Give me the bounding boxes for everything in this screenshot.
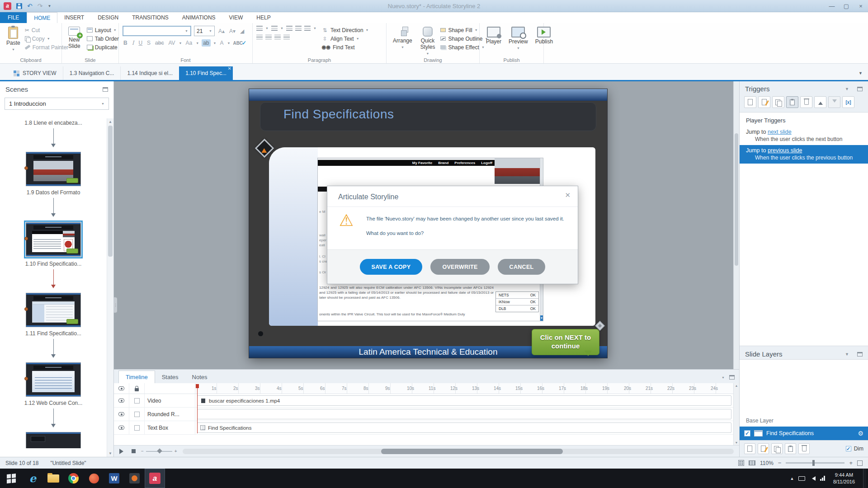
- playhead-marker[interactable]: [196, 384, 199, 388]
- edit-trigger-button[interactable]: [758, 96, 770, 108]
- scene-item-label[interactable]: 1.9 Datos del Formato: [27, 189, 80, 196]
- decrease-indent-icon[interactable]: [286, 26, 292, 31]
- doc-tab-1[interactable]: 1.3 Navigation C...: [63, 66, 121, 80]
- delete-trigger-button[interactable]: [800, 96, 812, 108]
- strikethrough-icon[interactable]: abc: [154, 40, 165, 46]
- grow-font-icon[interactable]: A▴: [217, 28, 226, 34]
- taskbar-storyline-icon[interactable]: a: [145, 469, 165, 488]
- new-layer-button[interactable]: [744, 443, 755, 454]
- taskbar-ie-icon[interactable]: e: [23, 469, 43, 488]
- row-visibility-icon[interactable]: [118, 399, 124, 403]
- scroll-up-icon[interactable]: ▲: [107, 118, 113, 125]
- tray-expand-icon[interactable]: ▲: [790, 476, 794, 481]
- dialog-close-icon[interactable]: ✕: [565, 191, 571, 199]
- timeline-vertical-scrollbar[interactable]: ▲▼: [733, 383, 739, 445]
- variables-button[interactable]: [x]: [842, 96, 854, 108]
- timeline-tab-notes[interactable]: Notes: [185, 371, 214, 383]
- clear-formatting-icon[interactable]: ◢: [239, 28, 245, 34]
- justify-icon[interactable]: [283, 35, 290, 40]
- slide-thumbnail[interactable]: [25, 431, 82, 449]
- slide-title-text[interactable]: Find Specifications: [283, 107, 394, 122]
- bold-icon[interactable]: B: [123, 40, 128, 46]
- layer-visibility-checkbox[interactable]: ✓: [744, 430, 750, 436]
- taskbar-chrome-icon[interactable]: [63, 469, 84, 488]
- paste-layer-button[interactable]: [785, 443, 796, 454]
- trigger-item-1[interactable]: Jump to previous slideWhen the user clic…: [740, 145, 868, 164]
- slide-thumbnail-selected[interactable]: [24, 221, 83, 258]
- keyboard-tray-icon[interactable]: [798, 476, 805, 481]
- ribbon-tab-transitions[interactable]: TRANSITIONS: [125, 12, 175, 23]
- show-desktop-button[interactable]: [863, 469, 866, 488]
- change-case-icon[interactable]: Aa: [185, 40, 193, 46]
- font-size-combobox[interactable]: 21▼: [194, 26, 215, 36]
- timeline-menu-icon[interactable]: ▼: [722, 376, 725, 379]
- slide-layers-collapse-icon[interactable]: [857, 352, 863, 357]
- bullets-icon[interactable]: [256, 26, 263, 31]
- fit-to-window-icon[interactable]: [857, 460, 863, 466]
- doc-tab-3[interactable]: 1.10 Find Spec...✕: [179, 66, 233, 80]
- move-up-button[interactable]: [814, 96, 826, 108]
- save-icon[interactable]: [16, 3, 22, 9]
- delete-layer-button[interactable]: [798, 443, 810, 454]
- webpage-menu-item[interactable]: Brand: [438, 161, 448, 165]
- line-spacing-icon[interactable]: [304, 26, 311, 31]
- underline-icon[interactable]: U: [137, 40, 143, 46]
- slide-editor[interactable]: Find Specifications My FavoriteBrandPref…: [249, 89, 607, 358]
- layer-properties-gear-icon[interactable]: ⚙: [858, 430, 863, 437]
- scene-item-label[interactable]: 1.11 Find Specificatio...: [25, 330, 81, 337]
- arrange-button[interactable]: Arrange▼: [390, 26, 415, 56]
- layer-row[interactable]: ✓Find Specifications⚙: [740, 427, 868, 440]
- webpage-menu-item[interactable]: Preferences: [454, 161, 475, 165]
- copy-layer-button[interactable]: [771, 443, 783, 454]
- timeline-row[interactable]: Rounded R...: [114, 408, 739, 421]
- zoom-slider[interactable]: [786, 462, 844, 464]
- play-icon[interactable]: [119, 449, 126, 454]
- doc-tab-2[interactable]: 1.14 Indique si el...: [120, 66, 179, 80]
- zoom-in-icon[interactable]: +: [849, 460, 853, 466]
- scroll-down-icon[interactable]: ▼: [107, 450, 113, 457]
- network-tray-icon[interactable]: [820, 476, 825, 481]
- taskbar-red-app-icon[interactable]: [84, 469, 104, 488]
- font-name-combobox[interactable]: ▼: [123, 26, 191, 36]
- preview-button[interactable]: Preview▼: [506, 26, 531, 51]
- ribbon-tab-insert[interactable]: INSERT: [57, 12, 91, 23]
- timeline-row[interactable]: Text BoxFind Specifications: [114, 421, 739, 435]
- triggers-collapse-icon[interactable]: [857, 87, 863, 91]
- timeline-object-bar[interactable]: buscar especificaciones 1.mp4: [197, 395, 731, 406]
- webpage-scroll-icon[interactable]: ▼: [540, 315, 543, 321]
- highlight-color-icon[interactable]: ab: [202, 39, 210, 47]
- volume-tray-icon[interactable]: [810, 476, 816, 481]
- row-visibility-icon[interactable]: [118, 412, 124, 416]
- align-center-icon[interactable]: [265, 35, 272, 40]
- taskbar-explorer-icon[interactable]: [43, 469, 63, 488]
- next-callout[interactable]: Clic on NEXT to continue: [532, 329, 599, 355]
- move-down-button[interactable]: [828, 96, 840, 108]
- ribbon-tab-help[interactable]: HELP: [250, 12, 277, 23]
- shadow-icon[interactable]: S: [146, 40, 151, 46]
- italic-icon[interactable]: I: [131, 40, 135, 46]
- doc-tab-story-view[interactable]: STORY VIEW: [7, 66, 63, 80]
- ribbon-tab-file[interactable]: FILE: [0, 12, 27, 23]
- publish-button[interactable]: Publish: [533, 26, 556, 51]
- redo-icon[interactable]: ↷: [38, 3, 43, 9]
- ribbon-tab-home[interactable]: HOME: [27, 12, 57, 23]
- canvas-scrollbar[interactable]: [733, 81, 739, 369]
- scenes-scrollbar[interactable]: ▲ ▼: [107, 118, 113, 457]
- new-slide-button[interactable]: New Slide: [66, 26, 83, 52]
- spellcheck-icon[interactable]: ABC: [233, 40, 246, 46]
- copy-trigger-button[interactable]: [772, 96, 784, 108]
- trigger-target-link[interactable]: previous slide: [768, 147, 802, 154]
- scene-item-label[interactable]: 1.12 Web Course Con...: [24, 400, 83, 406]
- dim-checkbox[interactable]: ✓: [846, 446, 851, 451]
- font-color-icon[interactable]: A: [219, 40, 224, 46]
- duplicate-button[interactable]: Duplicate: [87, 43, 119, 52]
- align-left-icon[interactable]: [256, 35, 263, 40]
- paste-button[interactable]: Paste▼: [4, 26, 23, 52]
- timeline-ruler[interactable]: 1s2s3s4s5s6s7s8s9s10s11s12s13s14s15s16s1…: [195, 383, 733, 394]
- cancel-button[interactable]: CANCEL: [498, 259, 546, 275]
- player-button[interactable]: Player: [483, 26, 504, 51]
- taskbar-word-icon[interactable]: W: [104, 469, 124, 488]
- stop-icon[interactable]: [132, 449, 136, 453]
- trigger-target-link[interactable]: next slide: [768, 129, 792, 135]
- minimize-button[interactable]: —: [825, 0, 839, 12]
